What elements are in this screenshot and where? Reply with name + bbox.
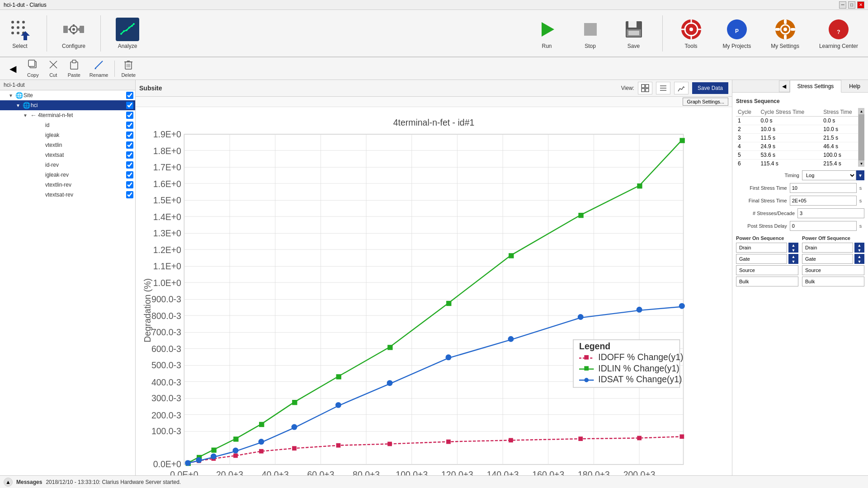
timing-select[interactable]: Log Linear: [802, 170, 856, 180]
svg-text:800.0-3: 800.0-3: [151, 311, 181, 321]
igleak-rev-checkbox[interactable]: [126, 171, 133, 178]
rename-icon: [94, 59, 104, 72]
power-off-gate-down[interactable]: ▼: [854, 259, 864, 264]
tools-button[interactable]: Tools: [674, 16, 708, 51]
power-off-drain-up[interactable]: ▲: [854, 243, 864, 248]
svg-line-56: [95, 61, 103, 68]
save-button[interactable]: Save: [617, 16, 651, 51]
tree-expand-site[interactable]: ▼: [7, 93, 14, 98]
hci-checkbox[interactable]: [126, 102, 133, 109]
power-off-bulk-box: Bulk: [802, 277, 864, 286]
my-settings-button[interactable]: My Settings: [765, 16, 805, 51]
stresses-per-decade-input[interactable]: [797, 208, 864, 218]
stop-button[interactable]: Stop: [573, 16, 608, 51]
my-projects-button[interactable]: P My Projects: [717, 16, 757, 51]
learning-center-button[interactable]: ? Learning Center: [814, 16, 863, 51]
vtextlin-rev-checkbox[interactable]: [126, 181, 133, 188]
svg-rect-147: [509, 438, 513, 442]
timing-select-arrow[interactable]: ▼: [856, 170, 864, 180]
vtextsat-rev-checkbox[interactable]: [126, 191, 133, 198]
tree-item-vtextsat[interactable]: vtextsat: [0, 150, 135, 160]
stress-sequence-header: Stress Sequence: [736, 98, 864, 104]
power-on-drain-up[interactable]: ▲: [788, 243, 798, 248]
view-label: View:: [621, 85, 634, 91]
tree-expand-4terminal[interactable]: ▼: [22, 113, 29, 118]
svg-point-38: [689, 28, 693, 31]
back-button[interactable]: ◀: [4, 62, 22, 75]
stress-scroll-up[interactable]: ▲: [859, 108, 864, 114]
maximize-button[interactable]: □: [848, 1, 855, 9]
run-button[interactable]: Run: [530, 16, 564, 51]
svg-rect-145: [387, 442, 392, 446]
tree-item-site[interactable]: ▼ 🌐 Site: [0, 90, 135, 100]
view-list-button[interactable]: [656, 82, 670, 94]
delete-icon: [123, 59, 134, 72]
id-rev-checkbox[interactable]: [126, 161, 133, 169]
delete-button[interactable]: Delete: [118, 58, 139, 79]
power-on-gate-up[interactable]: ▲: [788, 254, 798, 259]
analyze-tool[interactable]: Analyze: [112, 16, 143, 51]
tree-item-id[interactable]: id: [0, 120, 135, 130]
power-off-drain-down[interactable]: ▼: [854, 248, 864, 253]
stress-table-row: 553.6 s100.0 s: [736, 151, 864, 160]
copy-button[interactable]: Copy: [24, 58, 42, 79]
svg-point-175: [637, 307, 642, 313]
first-stress-time-label: First Stress Time: [736, 185, 787, 191]
svg-rect-156: [292, 400, 297, 405]
view-chart-button[interactable]: [674, 82, 689, 94]
svg-text:1.8E+0: 1.8E+0: [153, 146, 181, 156]
cut-button[interactable]: Cut: [44, 58, 62, 79]
tree-expand-hci[interactable]: ▼: [14, 103, 22, 108]
tree-item-4terminal[interactable]: ▼ ← 4terminal-n-fet: [0, 110, 135, 120]
svg-point-173: [508, 336, 514, 342]
rename-button[interactable]: Rename: [86, 58, 112, 79]
tree-item-igleak[interactable]: igleak: [0, 130, 135, 140]
save-data-button[interactable]: Save Data: [692, 82, 728, 94]
tree-item-hci[interactable]: ▼ 🌐 hci: [0, 100, 135, 110]
tree-item-igleak-rev[interactable]: igleak-rev: [0, 170, 135, 180]
final-stress-time-input[interactable]: [790, 196, 857, 206]
tree-item-vtextsat-rev[interactable]: vtextsat-rev: [0, 190, 135, 200]
first-stress-time-input[interactable]: [790, 183, 857, 193]
post-stress-delay-input[interactable]: [790, 221, 857, 231]
tab-help[interactable]: Help: [841, 80, 868, 92]
site-checkbox[interactable]: [126, 92, 133, 99]
paste-label: Paste: [68, 72, 80, 78]
select-tool[interactable]: Select: [5, 16, 35, 51]
paste-button[interactable]: Paste: [64, 58, 84, 79]
configure-tool[interactable]: Configure: [58, 16, 89, 51]
vtextlin-checkbox[interactable]: [126, 141, 133, 149]
power-on-gate-down[interactable]: ▼: [788, 259, 798, 264]
close-button[interactable]: ✕: [857, 1, 864, 9]
stress-scroll-down[interactable]: ▼: [859, 160, 864, 167]
power-on-title: Power On Sequence: [736, 235, 798, 241]
graph-settings-button[interactable]: Graph Settings...: [683, 98, 728, 106]
power-off-drain-box: Drain: [802, 243, 853, 253]
tree-item-vtextlin[interactable]: vtextlin: [0, 140, 135, 150]
svg-text:1.0E+0: 1.0E+0: [153, 278, 181, 288]
svg-rect-141: [233, 454, 238, 458]
power-off-gate-up[interactable]: ▲: [854, 254, 864, 259]
4terminal-checkbox[interactable]: [126, 112, 133, 119]
vtextsat-checkbox[interactable]: [126, 151, 133, 159]
power-on-drain-arrows: ▲ ▼: [788, 243, 798, 253]
run-label: Run: [542, 43, 552, 49]
minimize-button[interactable]: ─: [839, 1, 846, 9]
messages-expand-button[interactable]: ▲: [4, 478, 13, 487]
delete-label: Delete: [121, 72, 136, 78]
svg-point-174: [578, 314, 584, 320]
svg-point-164: [185, 460, 191, 466]
tab-stress-settings[interactable]: Stress Settings: [790, 80, 842, 93]
tree-item-id-rev[interactable]: id-rev: [0, 160, 135, 170]
tree-item-vtextlin-rev[interactable]: vtextlin-rev: [0, 180, 135, 190]
rpanel-back-button[interactable]: ◀: [779, 80, 790, 92]
stress-table-wrapper: Cycle Cycle Stress Time Stress Time 10.0…: [736, 108, 864, 167]
view-grid-button[interactable]: [638, 82, 652, 94]
power-on-drain-down[interactable]: ▼: [788, 248, 798, 253]
chart-toolbar: Subsite View:: [136, 80, 732, 97]
id-checkbox[interactable]: [126, 122, 133, 129]
rename-label: Rename: [90, 72, 108, 78]
power-on-col: Power On Sequence Drain ▲ ▼ Gate ▲ ▼: [736, 235, 798, 288]
right-panel-tabs: ◀ Stress Settings Help: [732, 80, 868, 93]
igleak-checkbox[interactable]: [126, 131, 133, 139]
